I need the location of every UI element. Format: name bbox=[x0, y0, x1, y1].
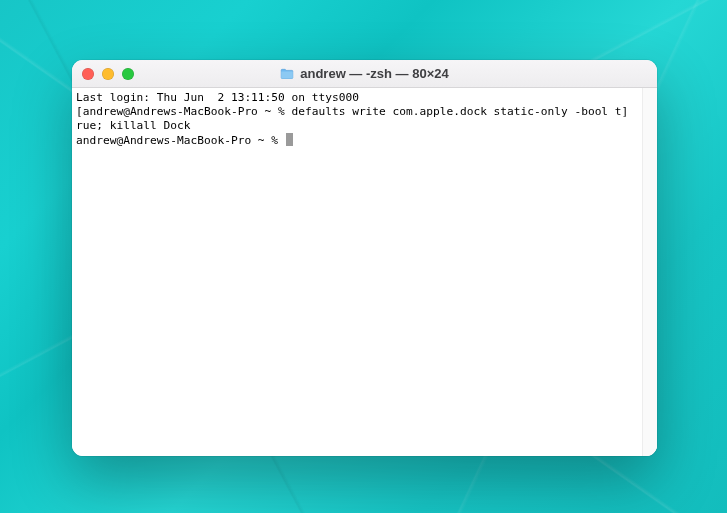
folder-icon bbox=[280, 67, 294, 81]
close-icon[interactable] bbox=[82, 68, 94, 80]
window-titlebar[interactable]: andrew — -zsh — 80×24 bbox=[72, 60, 657, 88]
cursor-icon bbox=[286, 133, 293, 146]
terminal-output[interactable]: Last login: Thu Jun 2 13:11:50 on ttys00… bbox=[72, 88, 642, 456]
zoom-icon[interactable] bbox=[122, 68, 134, 80]
terminal-line: [andrew@Andrews-MacBook-Pro ~ % defaults… bbox=[76, 105, 628, 118]
vertical-scrollbar[interactable] bbox=[642, 88, 657, 456]
terminal-line: Last login: Thu Jun 2 13:11:50 on ttys00… bbox=[76, 91, 359, 104]
minimize-icon[interactable] bbox=[102, 68, 114, 80]
window-controls bbox=[72, 68, 134, 80]
window-title-text: andrew — -zsh — 80×24 bbox=[300, 66, 448, 81]
window-title: andrew — -zsh — 80×24 bbox=[72, 66, 657, 81]
terminal-line: rue; killall Dock bbox=[76, 119, 191, 132]
terminal-prompt: andrew@Andrews-MacBook-Pro ~ % bbox=[76, 134, 285, 147]
terminal-body[interactable]: Last login: Thu Jun 2 13:11:50 on ttys00… bbox=[72, 88, 657, 456]
terminal-window: andrew — -zsh — 80×24 Last login: Thu Ju… bbox=[72, 60, 657, 456]
